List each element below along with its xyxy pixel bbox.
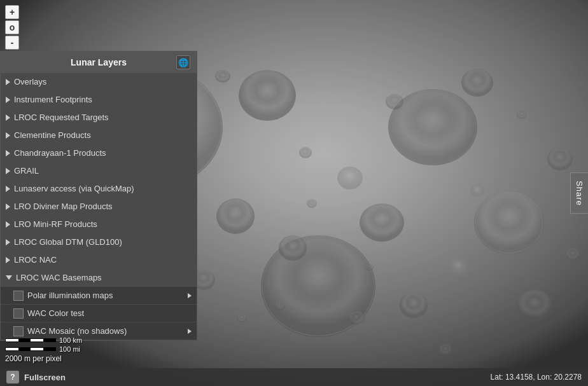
layer-item-overlays[interactable]: Overlays	[1, 73, 197, 91]
svg-point-14	[461, 69, 493, 97]
layers-panel: Lunar Layers 🌐 Overlays Instrument Footp…	[0, 51, 197, 341]
layer-label: LROC Global DTM (GLD100)	[14, 237, 192, 247]
bottom-bar: ? Fullscreen Lat: 13.4158, Lon: 20.2278	[0, 368, 588, 386]
svg-point-25	[470, 184, 484, 197]
layer-item-wac-color[interactable]: WAC Color test	[1, 305, 197, 322]
svg-point-11	[239, 70, 296, 121]
globe-button[interactable]: 🌐	[176, 55, 190, 69]
layer-item-lro-diviner[interactable]: LRO Diviner Map Products	[1, 198, 197, 216]
svg-point-12	[360, 203, 404, 242]
layer-item-lunaserv[interactable]: Lunaserv access (via QuickMap)	[1, 180, 197, 198]
svg-point-15	[337, 167, 363, 190]
svg-point-20	[448, 258, 468, 276]
svg-point-16	[279, 235, 307, 261]
layer-label: Chandrayaan-1 Products	[14, 148, 192, 158]
fullscreen-button[interactable]: Fullscreen	[24, 373, 66, 382]
layer-label: LROC NAC	[14, 255, 192, 265]
layer-checkbox-wac-mosaic-noshadow[interactable]	[13, 326, 24, 336]
zoom-reset-button[interactable]: o	[5, 20, 19, 34]
layer-label: LROC Requested Targets	[14, 113, 192, 122]
svg-point-27	[274, 300, 286, 310]
arrow-right-icon	[6, 257, 10, 263]
svg-point-32	[365, 263, 374, 271]
svg-point-9	[474, 191, 544, 254]
svg-point-28	[517, 110, 527, 119]
layer-item-clementine[interactable]: Clementine Products	[1, 127, 197, 144]
panel-title: Lunar Layers	[21, 57, 176, 67]
layer-label: Lunaserv access (via QuickMap)	[14, 184, 192, 193]
layer-item-instrument-footprints[interactable]: Instrument Footprints	[1, 91, 197, 109]
layer-item-lroc-wac[interactable]: LROC WAC Basemaps	[1, 269, 197, 287]
layer-item-chandrayaan[interactable]: Chandrayaan-1 Products	[1, 144, 197, 162]
layer-item-lro-minrf[interactable]: LRO Mini-RF Products	[1, 216, 197, 233]
svg-point-21	[547, 148, 573, 170]
arrow-right-icon	[6, 132, 10, 139]
scale-bar: 100 km 100 mi 2000 m per pixel	[5, 336, 82, 363]
layer-item-lroc-nac[interactable]: LROC NAC	[1, 251, 197, 269]
svg-point-23	[299, 147, 312, 158]
svg-point-31	[439, 344, 452, 355]
layer-label: WAC Color test	[27, 308, 192, 318]
svg-point-29	[566, 248, 580, 261]
pixel-scale-label: 2000 m per pixel	[5, 354, 82, 363]
svg-point-22	[215, 70, 230, 83]
layer-checkbox-wac-color[interactable]	[13, 308, 24, 319]
arrow-right-icon	[188, 329, 192, 334]
mi-scale-graphic	[5, 347, 56, 351]
svg-point-24	[386, 94, 403, 109]
mi-scale-label: 100 mi	[59, 345, 80, 353]
zoom-out-button[interactable]: -	[5, 36, 19, 50]
svg-point-33	[307, 199, 317, 208]
arrow-right-icon	[6, 239, 10, 245]
layer-label: LROC WAC Basemaps	[16, 273, 192, 282]
zoom-in-button[interactable]: +	[5, 5, 19, 19]
arrow-right-icon	[6, 150, 10, 156]
layer-label: Polar illumination maps	[27, 291, 188, 300]
layer-label: Clementine Products	[14, 130, 192, 140]
layer-label: LRO Mini-RF Products	[14, 219, 192, 229]
layer-item-lroc-gld100[interactable]: LROC Global DTM (GLD100)	[1, 233, 197, 251]
km-scale-graphic	[5, 338, 56, 342]
layer-label: Overlays	[14, 77, 192, 86]
coordinates-display: Lat: 13.4158, Lon: 20.2278	[491, 373, 582, 382]
svg-point-19	[400, 293, 428, 318]
layer-label: GRAIL	[14, 166, 192, 176]
layer-item-grail[interactable]: GRAIL	[1, 162, 197, 180]
arrow-right-icon	[6, 186, 10, 192]
layers-list[interactable]: Overlays Instrument Footprints LROC Requ…	[1, 73, 197, 340]
layer-item-polar-illum[interactable]: Polar illumination maps	[1, 287, 197, 305]
help-button[interactable]: ?	[6, 371, 19, 383]
arrow-right-icon	[6, 97, 10, 103]
arrow-right-icon	[6, 221, 10, 228]
layer-checkbox-polar[interactable]	[13, 291, 24, 301]
share-button[interactable]: Share	[570, 172, 588, 214]
svg-point-26	[348, 311, 365, 325]
layer-label: Instrument Footprints	[14, 95, 192, 104]
layer-label: WAC Mosaic (no shadows)	[27, 326, 188, 336]
svg-point-17	[517, 290, 552, 321]
arrow-right-icon	[6, 79, 10, 85]
svg-point-30	[237, 314, 247, 322]
arrow-down-icon	[6, 275, 12, 280]
layer-label: LRO Diviner Map Products	[14, 202, 192, 211]
arrow-right-icon	[6, 203, 10, 210]
panel-header: Lunar Layers 🌐	[1, 52, 197, 73]
arrow-right-icon	[6, 168, 10, 174]
layer-item-lroc-requested[interactable]: LROC Requested Targets	[1, 109, 197, 127]
km-scale-label: 100 km	[59, 336, 82, 344]
arrow-right-icon	[6, 114, 10, 121]
arrow-right-icon	[188, 293, 192, 298]
svg-point-13	[216, 198, 255, 234]
